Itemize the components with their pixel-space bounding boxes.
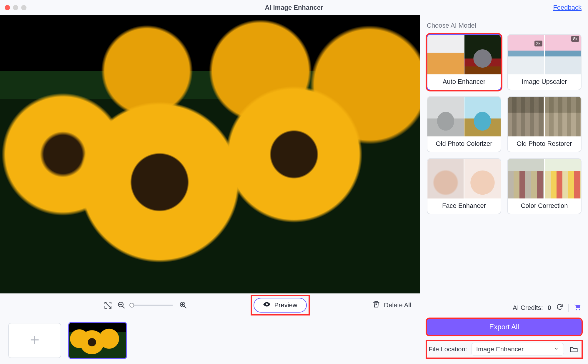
svg-point-7 [266, 303, 268, 305]
model-thumb [427, 159, 501, 198]
zoom-slider-knob[interactable] [129, 303, 134, 308]
preview-button-label: Preview [274, 301, 297, 309]
zoom-in-icon[interactable] [178, 300, 188, 310]
model-card-color-correction[interactable]: Color Correction [507, 158, 582, 214]
thumbnail-image [69, 323, 126, 358]
separator [568, 304, 569, 312]
main-split: Preview Delete All [0, 15, 588, 364]
upscale-badge-8k: 8k [571, 36, 579, 42]
delete-all-button[interactable]: Delete All [372, 300, 411, 310]
plus-icon [29, 334, 41, 347]
thumbnail-strip [0, 317, 420, 364]
model-card-auto-enhancer[interactable]: Auto Enhancer [427, 34, 501, 90]
model-thumb [508, 159, 581, 198]
preview-button-highlight: Preview [252, 297, 308, 314]
model-thumb: 2k 8k [508, 35, 581, 74]
credits-value: 0 [548, 304, 551, 312]
file-location-select[interactable]: Image Enhancer [471, 343, 564, 356]
app-title: AI Image Enhancer [0, 4, 588, 11]
eye-icon [263, 300, 271, 310]
preview-image [0, 15, 420, 293]
model-label: Image Upscaler [508, 74, 581, 90]
thumbnail-item[interactable] [68, 322, 127, 359]
export-all-button[interactable]: Export All [427, 319, 582, 335]
svg-point-12 [576, 309, 577, 310]
buy-credits-button[interactable] [573, 303, 582, 313]
open-folder-button[interactable] [568, 343, 580, 355]
canvas-toolbar: Preview Delete All [0, 293, 420, 317]
chevron-down-icon [554, 345, 559, 353]
add-image-button[interactable] [8, 323, 61, 358]
model-label: Face Enhancer [427, 198, 501, 214]
choose-model-label: Choose AI Model [427, 22, 582, 29]
close-window-button[interactable] [5, 5, 10, 10]
model-thumb [427, 35, 501, 74]
credits-label: AI Credits: [513, 304, 543, 312]
model-thumb [508, 97, 581, 136]
model-thumb [427, 97, 501, 136]
fit-screen-icon[interactable] [103, 300, 113, 310]
trash-icon [372, 300, 380, 310]
file-location-value: Image Enhancer [476, 345, 524, 353]
right-bottom-cluster: AI Credits: 0 Export All File Location: … [427, 303, 582, 358]
svg-point-13 [579, 309, 580, 310]
file-location-row: File Location: Image Enhancer [427, 341, 582, 358]
model-grid: Auto Enhancer 2k 8k Image Upscaler Old P… [427, 34, 582, 214]
file-location-label: File Location: [429, 345, 467, 353]
preview-button[interactable]: Preview [254, 298, 307, 313]
zoom-slider[interactable] [132, 305, 173, 306]
export-all-label: Export All [489, 323, 519, 331]
right-panel: Choose AI Model Auto Enhancer 2k 8k Imag… [420, 15, 588, 364]
upscale-badge-2k: 2k [534, 41, 542, 46]
maximize-window-button[interactable] [21, 5, 26, 10]
model-card-old-photo-colorizer[interactable]: Old Photo Colorizer [427, 96, 501, 152]
model-label: Old Photo Colorizer [427, 136, 501, 152]
model-card-old-photo-restorer[interactable]: Old Photo Restorer [507, 96, 582, 152]
titlebar: AI Image Enhancer Feedback [0, 0, 588, 15]
app-window: AI Image Enhancer Feedback [0, 0, 588, 364]
window-controls [0, 5, 26, 10]
image-canvas[interactable] [0, 15, 420, 293]
minimize-window-button[interactable] [13, 5, 18, 10]
delete-all-label: Delete All [384, 301, 411, 309]
model-label: Auto Enhancer [427, 74, 501, 90]
credits-row: AI Credits: 0 [427, 303, 582, 313]
zoom-controls [103, 300, 188, 310]
feedback-link[interactable]: Feedback [553, 4, 582, 11]
model-card-image-upscaler[interactable]: 2k 8k Image Upscaler [507, 34, 582, 90]
refresh-credits-icon[interactable] [556, 303, 564, 313]
model-label: Old Photo Restorer [508, 136, 581, 152]
model-card-face-enhancer[interactable]: Face Enhancer [427, 158, 501, 214]
svg-line-2 [123, 306, 125, 308]
svg-line-6 [184, 306, 186, 308]
zoom-out-icon[interactable] [116, 300, 126, 310]
model-label: Color Correction [508, 198, 581, 214]
left-pane: Preview Delete All [0, 15, 420, 364]
